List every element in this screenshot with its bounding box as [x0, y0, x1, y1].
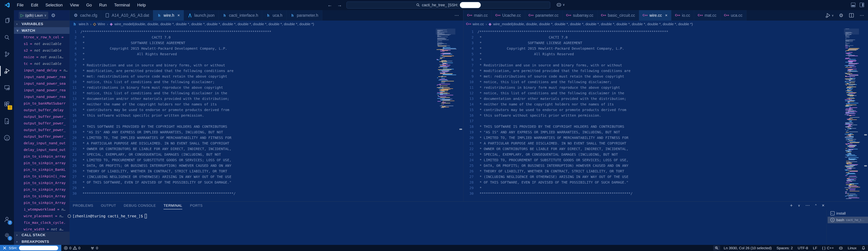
debug-launch-button[interactable]: ▷ (gdb) Laun ∨: [19, 12, 48, 19]
section-header-call-stack[interactable]: ›CALL STACK: [14, 232, 69, 238]
watch-item[interactable]: tc = not available: [14, 60, 69, 67]
breadcrumb-segment[interactable]: wire_model(double, double, double *, dou…: [493, 22, 693, 26]
language-status[interactable]: { } C++: [819, 245, 836, 251]
activity-item-explorer[interactable]: [0, 13, 14, 28]
activity-item-accounts[interactable]: 2: [0, 212, 14, 227]
tab-parameter.cc[interactable]: C++parameter.cc: [525, 10, 563, 21]
nav-back-button[interactable]: ←: [327, 2, 332, 8]
menu-item-selection[interactable]: Selection: [42, 0, 66, 10]
debug-start-icon[interactable]: ▷: [21, 13, 24, 18]
watch-item[interactable]: pin_to_bankMatSubarr: [14, 100, 69, 107]
problems-status[interactable]: 0 0: [61, 245, 83, 251]
close-panel-icon[interactable]: ×: [822, 203, 825, 208]
copilot-status[interactable]: [836, 245, 845, 251]
toggle-panel-icon[interactable]: [851, 3, 856, 7]
watch-item[interactable]: input_nand_power_rea: [14, 87, 69, 93]
tab-io.cc[interactable]: C++io.cc: [672, 10, 694, 21]
panel-tab-output[interactable]: OUTPUT: [101, 202, 116, 210]
section-header-variables[interactable]: ›VARIABLES: [14, 21, 69, 27]
watch-item[interactable]: delay_input_nand_out: [14, 140, 69, 146]
activity-item-file-settings[interactable]: [0, 114, 14, 128]
debug-gear-icon[interactable]: ⚙: [51, 12, 55, 18]
watch-item[interactable]: input_nand_power_sea: [14, 80, 69, 87]
close-icon[interactable]: ×: [665, 13, 668, 18]
toggle-sidebar-icon[interactable]: [860, 3, 864, 7]
breadcrumb-segment[interactable]: wire.h: [79, 22, 89, 26]
panel-tab-ports[interactable]: PORTS: [190, 202, 203, 210]
breadcrumb-segment[interactable]: wire.cc: [472, 22, 484, 26]
activity-item-run-and-debug[interactable]: [0, 64, 14, 78]
watch-item[interactable]: input_nand_power_rea: [14, 74, 69, 80]
menu-item-terminal[interactable]: Terminal: [111, 0, 133, 10]
watch-item[interactable]: input_nand_power_rea: [14, 93, 69, 100]
watch-item[interactable]: i_wtempworkload = n…: [14, 206, 69, 213]
activity-item-settings[interactable]: 1: [0, 228, 14, 242]
terminal-tab-bash[interactable]: $bashcacti_he_t…: [828, 217, 868, 223]
remote-indicator[interactable]: SSH:: [0, 245, 61, 251]
notifications-bell[interactable]: [859, 245, 868, 251]
tab-uca.h[interactable]: huca.h: [262, 10, 286, 21]
watch-item[interactable]: pin_to_sinkpin_array: [14, 160, 69, 166]
terminal-profile-chevron[interactable]: ∨: [798, 203, 800, 207]
watch-item[interactable]: output_buffer_power_: [14, 127, 69, 133]
watch-item[interactable]: nsize = not availa…: [14, 54, 69, 60]
minimap[interactable]: [844, 29, 859, 201]
menu-item-run[interactable]: Run: [95, 0, 111, 10]
code-area[interactable]: 1/**************************************…: [70, 28, 463, 201]
watch-item[interactable]: pin_to_sinkpin_Array: [14, 193, 69, 199]
panel-tab-debug-console[interactable]: DEBUG CONSOLE: [124, 202, 156, 210]
watch-item[interactable]: output_buffer_power_: [14, 113, 69, 120]
watch-item[interactable]: htree_v_row_h_col =: [14, 34, 69, 40]
tab-mat.cc[interactable]: C++mat.cc: [694, 10, 720, 21]
maximize-panel-icon[interactable]: ^: [815, 203, 816, 207]
action-split[interactable]: [848, 12, 855, 18]
tab-wire.h[interactable]: hwire.h×: [153, 10, 184, 21]
menu-item-view[interactable]: View: [66, 0, 83, 10]
minimap[interactable]: [436, 29, 455, 110]
more-actions-icon[interactable]: ⋯: [805, 203, 810, 208]
watch-item[interactable]: input_nand_delay = n…: [14, 67, 69, 74]
panel-tab-problems[interactable]: PROBLEMS: [73, 202, 93, 210]
nav-forward-button[interactable]: →: [337, 2, 342, 8]
code-area[interactable]: 1/**************************************…: [464, 28, 868, 201]
action-more[interactable]: ⋯: [860, 13, 864, 18]
breadcrumb[interactable]: hwire.h›◇Wire›◈wire_model(double, double…: [70, 21, 463, 28]
activity-item-github[interactable]: [0, 131, 14, 145]
tab-uca.cc[interactable]: C++uca.cc: [720, 10, 746, 21]
watch-item[interactable]: output_buffer_power_: [14, 133, 69, 140]
tab-launch.json[interactable]: ᐯlaunch.json: [184, 10, 219, 21]
watch-item[interactable]: wire_placement = n…: [14, 213, 69, 219]
watch-item[interactable]: pin_to_sinkpin_Array: [14, 199, 69, 206]
watch-item[interactable]: output_buffer_power_: [14, 120, 69, 127]
encoding-status[interactable]: UTF-8: [795, 245, 810, 251]
tab-A14_A10_A5_A3.dat[interactable]: A14_A10_A5_A3.dat: [101, 10, 153, 21]
watch-item[interactable]: pin_to_sinkpin_Array: [14, 179, 69, 186]
watch-item[interactable]: fix_max_clock_cycle.: [14, 219, 69, 226]
activity-item-source-control[interactable]: [0, 47, 14, 61]
terminal-content[interactable]: [zhenlin@turing cacti_he_tree_]$: [70, 214, 147, 218]
os-status[interactable]: Linux: [845, 245, 859, 251]
watch-item[interactable]: pin_to_sinkpin_Array: [14, 186, 69, 193]
cursor-position[interactable]: Ln 3930, Col 26 (10 selected): [721, 245, 774, 251]
copilot-menu[interactable]: ∨: [556, 2, 565, 7]
terminal-tab-install[interactable]: >_install: [828, 210, 868, 217]
tab-wire.cc[interactable]: C++wire.cc×: [639, 10, 672, 21]
watch-item[interactable]: pin_to_sinkpin[i_row: [14, 173, 69, 179]
tab-subarray.cc[interactable]: C++subarray.cc: [563, 10, 597, 21]
breadcrumb-segment[interactable]: Wire: [98, 22, 105, 26]
tab-basic_circuit.cc[interactable]: C++basic_circuit.cc: [597, 10, 639, 21]
watch-item[interactable]: pin_to_sinkpin_BankL: [14, 166, 69, 173]
breadcrumb-segment[interactable]: wire_model(double, double, double *, dou…: [115, 22, 314, 26]
watch-item[interactable]: s2 = not available: [14, 47, 69, 54]
ports-status[interactable]: 0: [88, 245, 100, 251]
action-gear[interactable]: ⚙: [839, 12, 843, 18]
tab-cacti_interface.h[interactable]: hcacti_interface.h: [219, 10, 262, 21]
tab-parameter.h[interactable]: hparameter.h: [286, 10, 322, 21]
action-run-debug[interactable]: ∨: [825, 12, 834, 18]
watch-item[interactable]: output_buffer_delay: [14, 107, 69, 113]
watch-item[interactable]: s1 = not available: [14, 40, 69, 47]
menu-item-help[interactable]: Help: [133, 0, 149, 10]
tab-Ucache.cc[interactable]: C++Ucache.cc: [492, 10, 525, 21]
new-terminal-button[interactable]: +: [790, 203, 793, 208]
tab-cache.cfg[interactable]: ⚙cache.cfg: [70, 10, 101, 21]
